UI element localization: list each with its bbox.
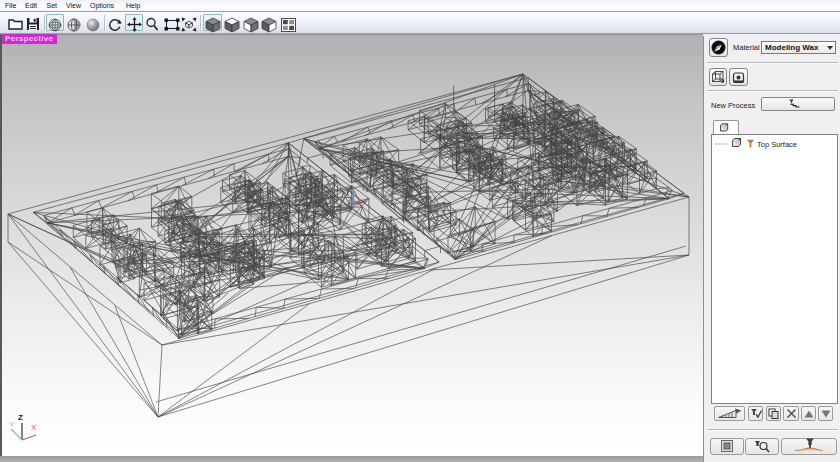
svg-text:X: X [31, 423, 37, 432]
svg-text:Z: Z [18, 413, 23, 422]
svg-text:Y: Y [9, 420, 15, 429]
